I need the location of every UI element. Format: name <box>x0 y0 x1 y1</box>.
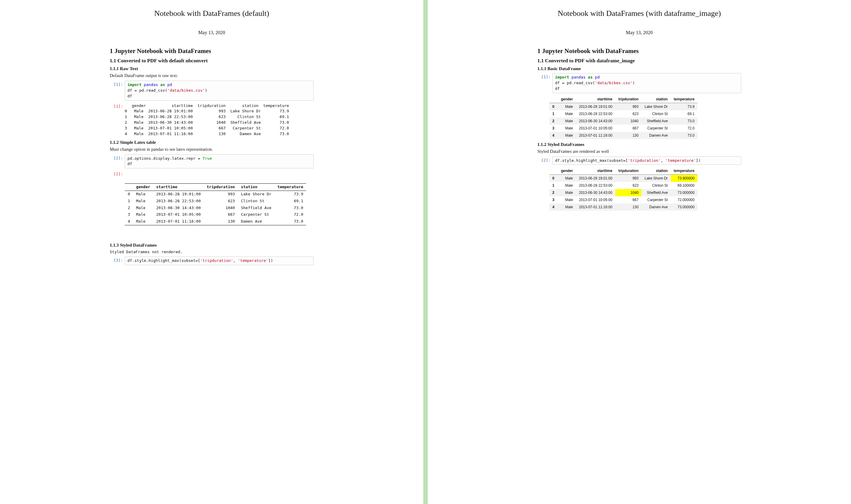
viewport: Notebook with DataFrames (default) May 1… <box>0 0 851 504</box>
latex-table-output: genderstarttimetripdurationstationtemper… <box>125 170 314 240</box>
table-header <box>549 95 558 103</box>
table-header: temperature <box>671 167 697 175</box>
right-cell2-in: [2]: df.style.highlight_max(subset=['tri… <box>537 157 741 165</box>
right-h1: 1 Jupyter Notebook with DataFrames <box>537 47 741 55</box>
table-row: 0Male2013-06-28 19:01:00993Lake Shore Dr… <box>125 191 306 197</box>
left-sec3-h3: 1.1.3 Styled DataFrames <box>110 243 314 248</box>
left-title: Notebook with DataFrames (default) <box>9 9 414 18</box>
table-header: station <box>641 95 671 103</box>
left-sec2-para: Must change option in pandas to see late… <box>110 147 314 152</box>
table-row: 4Male2013-07-01 11:16:00130Damen Ave73.0 <box>549 132 697 139</box>
code-block: df.style.highlight_max(subset=['tripdura… <box>125 256 314 265</box>
table-header: tripduration <box>204 183 238 191</box>
table-header: tripduration <box>615 95 641 103</box>
table-row: 2Male2013-06-30 14:43:001040Sheffield Av… <box>125 205 306 212</box>
right-pane: Notebook with DataFrames (with dataframe… <box>428 0 851 504</box>
left-sec1-h3: 1.1.1 Raw Text <box>110 66 314 71</box>
code-block: df.style.highlight_max(subset=['tripdura… <box>552 157 741 165</box>
left-date: May 13, 2020 <box>9 30 414 35</box>
left-cell1-out: [1]: gender starttime tripduration stati… <box>110 103 314 138</box>
prompt-in: [3]: <box>110 256 125 263</box>
table-row: 1Male2013-06-28 22:53:00623Clinton St69.… <box>549 182 697 189</box>
left-pane: Notebook with DataFrames (default) May 1… <box>0 0 423 504</box>
left-h1: 1 Jupyter Notebook with DataFrames <box>110 47 314 55</box>
prompt-in: [2]: <box>537 157 552 162</box>
right-content: 1 Jupyter Notebook with DataFrames 1.1 C… <box>537 47 741 211</box>
right-cell1-in: [1]: import pandas as pd df = pd.read_cs… <box>537 73 741 93</box>
table-row: 3Male2013-07-01 10:05:00667Carpenter St7… <box>125 211 306 218</box>
code-block: import pandas as pd df = pd.read_csv('da… <box>125 80 314 101</box>
table-row: 0Male2013-06-28 19:01:00993Lake Shore Dr… <box>549 175 697 182</box>
right-sec2-para: Styled DataFrames are rendered as well <box>537 149 741 154</box>
table-header <box>125 183 133 191</box>
table-row: 1Male2013-06-28 22:53:00623Clinton St69.… <box>549 110 697 118</box>
right-title: Notebook with DataFrames (with dataframe… <box>437 9 842 18</box>
table-row: 3Male2013-07-01 10:05:00667Carpenter St7… <box>549 125 697 132</box>
left-cell2-out: [2]: genderstarttimetripdurationstationt… <box>110 170 314 240</box>
table-row: 0Male2013-06-28 19:01:00993Lake Shore Dr… <box>549 103 697 110</box>
left-content: 1 Jupyter Notebook with DataFrames 1.1 C… <box>110 47 314 265</box>
right-h2: 1.1 Converted to PDF with dataframe_imag… <box>537 58 741 64</box>
right-sec1-h3: 1.1.1 Basic DataFrame <box>537 66 741 71</box>
prompt-in: [1]: <box>537 73 552 79</box>
prompt-out: [1]: <box>110 103 125 108</box>
raw-output: gender starttime tripduration station te… <box>125 103 314 138</box>
left-sec3-para: Styled DataFrames not rendered. <box>110 250 314 254</box>
table-header: station <box>238 183 274 191</box>
table-header: starttime <box>153 183 204 191</box>
latex-table: genderstarttimetripdurationstationtemper… <box>125 183 306 225</box>
dataframe-table: genderstarttimetripdurationstationtemper… <box>549 95 697 139</box>
table-header: starttime <box>576 167 615 175</box>
table-header: tripduration <box>615 167 641 175</box>
left-sec1-para: Default DataFrame output is raw text. <box>110 73 314 78</box>
table-row: 4Male2013-07-01 11:16:00130Damen Ave73.0 <box>125 218 306 225</box>
table-header: gender <box>133 183 153 191</box>
table-header: temperature <box>671 95 697 103</box>
left-cell1-in: [1]: import pandas as pd df = pd.read_cs… <box>110 80 314 101</box>
left-cell3-in: [3]: df.style.highlight_max(subset=['tri… <box>110 256 314 265</box>
table-row: 2Male2013-06-30 14:43:001040Sheffield Av… <box>549 189 697 196</box>
table-header: temperature <box>274 183 306 191</box>
table-header: gender <box>558 167 576 175</box>
code-block: pd.options.display.latex.repr = True df <box>125 154 314 169</box>
prompt-in: [1]: <box>110 80 125 87</box>
code-block: import pandas as pd df = pd.read_csv('da… <box>552 73 741 93</box>
table-row: 3Male2013-07-01 10:05:00667Carpenter St7… <box>549 196 697 203</box>
left-h2: 1.1 Converted to PDF with default nbconv… <box>110 58 314 64</box>
table-row: 1Male2013-06-28 22:53:00623Clinton St69.… <box>125 198 306 205</box>
table-header: starttime <box>576 95 615 103</box>
table-header <box>549 167 558 175</box>
table-row: 4Male2013-07-01 11:16:00130Damen Ave73.0… <box>549 203 697 211</box>
pane-divider[interactable] <box>423 0 428 504</box>
table-row: 2Male2013-06-30 14:43:001040Sheffield Av… <box>549 118 697 125</box>
left-sec2-h3: 1.1.2 Simple Latex table <box>110 140 314 145</box>
right-date: May 13, 2020 <box>437 30 842 35</box>
table-header: station <box>641 167 671 175</box>
styled-dataframe-table: genderstarttimetripdurationstationtemper… <box>549 167 697 211</box>
prompt-in: [2]: <box>110 154 125 160</box>
left-cell2-in: [2]: pd.options.display.latex.repr = Tru… <box>110 154 314 169</box>
prompt-out: [2]: <box>110 170 125 176</box>
right-sec2-h3: 1.1.2 Styled DataFrames <box>537 142 741 147</box>
table-header: gender <box>558 95 576 103</box>
